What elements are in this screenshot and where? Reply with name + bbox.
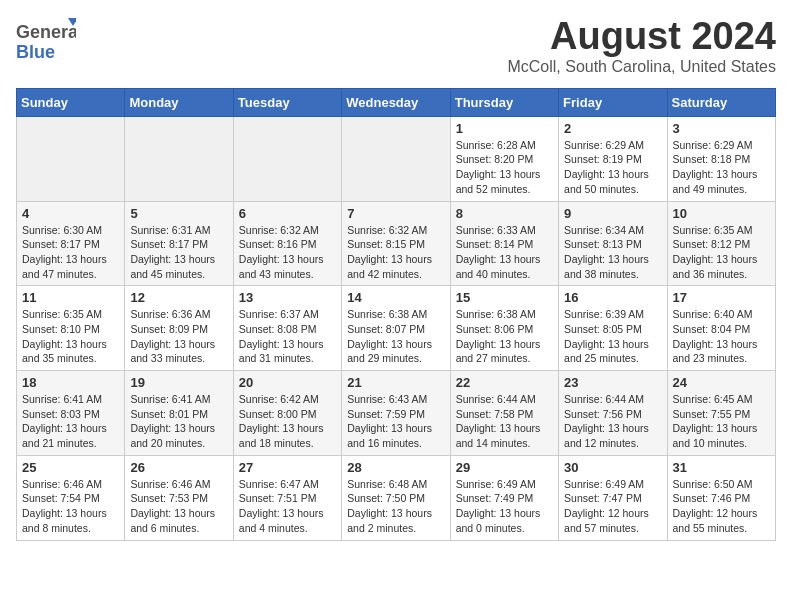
day-number: 13 xyxy=(239,290,336,305)
day-number: 8 xyxy=(456,206,553,221)
calendar-cell: 27Sunrise: 6:47 AMSunset: 7:51 PMDayligh… xyxy=(233,455,341,540)
calendar-cell: 21Sunrise: 6:43 AMSunset: 7:59 PMDayligh… xyxy=(342,371,450,456)
day-number: 21 xyxy=(347,375,444,390)
logo-icon: General Blue xyxy=(16,16,76,66)
calendar-cell: 8Sunrise: 6:33 AMSunset: 8:14 PMDaylight… xyxy=(450,201,558,286)
day-number: 25 xyxy=(22,460,119,475)
day-number: 3 xyxy=(673,121,770,136)
calendar-cell: 6Sunrise: 6:32 AMSunset: 8:16 PMDaylight… xyxy=(233,201,341,286)
weekday-header-tuesday: Tuesday xyxy=(233,88,341,116)
calendar-cell: 16Sunrise: 6:39 AMSunset: 8:05 PMDayligh… xyxy=(559,286,667,371)
calendar-week-row: 4Sunrise: 6:30 AMSunset: 8:17 PMDaylight… xyxy=(17,201,776,286)
day-number: 18 xyxy=(22,375,119,390)
calendar-cell: 5Sunrise: 6:31 AMSunset: 8:17 PMDaylight… xyxy=(125,201,233,286)
title-area: August 2024 McColl, South Carolina, Unit… xyxy=(507,16,776,76)
calendar-cell xyxy=(17,116,125,201)
weekday-header-wednesday: Wednesday xyxy=(342,88,450,116)
day-info: Sunrise: 6:38 AMSunset: 8:06 PMDaylight:… xyxy=(456,307,553,366)
day-info: Sunrise: 6:44 AMSunset: 7:58 PMDaylight:… xyxy=(456,392,553,451)
calendar-cell: 11Sunrise: 6:35 AMSunset: 8:10 PMDayligh… xyxy=(17,286,125,371)
calendar-cell: 1Sunrise: 6:28 AMSunset: 8:20 PMDaylight… xyxy=(450,116,558,201)
day-number: 17 xyxy=(673,290,770,305)
month-title: August 2024 xyxy=(507,16,776,58)
day-number: 14 xyxy=(347,290,444,305)
day-info: Sunrise: 6:46 AMSunset: 7:53 PMDaylight:… xyxy=(130,477,227,536)
calendar-week-row: 18Sunrise: 6:41 AMSunset: 8:03 PMDayligh… xyxy=(17,371,776,456)
day-number: 10 xyxy=(673,206,770,221)
calendar-cell: 9Sunrise: 6:34 AMSunset: 8:13 PMDaylight… xyxy=(559,201,667,286)
calendar-cell: 24Sunrise: 6:45 AMSunset: 7:55 PMDayligh… xyxy=(667,371,775,456)
calendar-cell: 30Sunrise: 6:49 AMSunset: 7:47 PMDayligh… xyxy=(559,455,667,540)
calendar-cell: 13Sunrise: 6:37 AMSunset: 8:08 PMDayligh… xyxy=(233,286,341,371)
day-info: Sunrise: 6:42 AMSunset: 8:00 PMDaylight:… xyxy=(239,392,336,451)
day-info: Sunrise: 6:41 AMSunset: 8:03 PMDaylight:… xyxy=(22,392,119,451)
calendar-cell: 14Sunrise: 6:38 AMSunset: 8:07 PMDayligh… xyxy=(342,286,450,371)
calendar-cell: 18Sunrise: 6:41 AMSunset: 8:03 PMDayligh… xyxy=(17,371,125,456)
day-number: 26 xyxy=(130,460,227,475)
day-info: Sunrise: 6:46 AMSunset: 7:54 PMDaylight:… xyxy=(22,477,119,536)
day-number: 4 xyxy=(22,206,119,221)
day-number: 19 xyxy=(130,375,227,390)
calendar-cell: 28Sunrise: 6:48 AMSunset: 7:50 PMDayligh… xyxy=(342,455,450,540)
calendar-cell: 10Sunrise: 6:35 AMSunset: 8:12 PMDayligh… xyxy=(667,201,775,286)
day-info: Sunrise: 6:49 AMSunset: 7:47 PMDaylight:… xyxy=(564,477,661,536)
calendar-week-row: 25Sunrise: 6:46 AMSunset: 7:54 PMDayligh… xyxy=(17,455,776,540)
day-info: Sunrise: 6:35 AMSunset: 8:12 PMDaylight:… xyxy=(673,223,770,282)
calendar-cell xyxy=(233,116,341,201)
day-number: 20 xyxy=(239,375,336,390)
page-header: General Blue August 2024 McColl, South C… xyxy=(16,16,776,76)
day-info: Sunrise: 6:28 AMSunset: 8:20 PMDaylight:… xyxy=(456,138,553,197)
day-number: 15 xyxy=(456,290,553,305)
day-info: Sunrise: 6:29 AMSunset: 8:18 PMDaylight:… xyxy=(673,138,770,197)
day-number: 28 xyxy=(347,460,444,475)
weekday-header-saturday: Saturday xyxy=(667,88,775,116)
calendar-cell: 15Sunrise: 6:38 AMSunset: 8:06 PMDayligh… xyxy=(450,286,558,371)
day-info: Sunrise: 6:40 AMSunset: 8:04 PMDaylight:… xyxy=(673,307,770,366)
weekday-header-thursday: Thursday xyxy=(450,88,558,116)
calendar-cell: 26Sunrise: 6:46 AMSunset: 7:53 PMDayligh… xyxy=(125,455,233,540)
day-number: 31 xyxy=(673,460,770,475)
weekday-header-monday: Monday xyxy=(125,88,233,116)
day-info: Sunrise: 6:33 AMSunset: 8:14 PMDaylight:… xyxy=(456,223,553,282)
day-number: 7 xyxy=(347,206,444,221)
day-number: 2 xyxy=(564,121,661,136)
location-title: McColl, South Carolina, United States xyxy=(507,58,776,76)
day-number: 16 xyxy=(564,290,661,305)
day-number: 11 xyxy=(22,290,119,305)
calendar-cell: 12Sunrise: 6:36 AMSunset: 8:09 PMDayligh… xyxy=(125,286,233,371)
day-info: Sunrise: 6:36 AMSunset: 8:09 PMDaylight:… xyxy=(130,307,227,366)
weekday-header-friday: Friday xyxy=(559,88,667,116)
day-number: 30 xyxy=(564,460,661,475)
day-info: Sunrise: 6:37 AMSunset: 8:08 PMDaylight:… xyxy=(239,307,336,366)
calendar-cell: 3Sunrise: 6:29 AMSunset: 8:18 PMDaylight… xyxy=(667,116,775,201)
day-info: Sunrise: 6:43 AMSunset: 7:59 PMDaylight:… xyxy=(347,392,444,451)
day-number: 1 xyxy=(456,121,553,136)
calendar-week-row: 11Sunrise: 6:35 AMSunset: 8:10 PMDayligh… xyxy=(17,286,776,371)
calendar-cell xyxy=(125,116,233,201)
day-info: Sunrise: 6:48 AMSunset: 7:50 PMDaylight:… xyxy=(347,477,444,536)
calendar-table: SundayMondayTuesdayWednesdayThursdayFrid… xyxy=(16,88,776,541)
calendar-cell: 31Sunrise: 6:50 AMSunset: 7:46 PMDayligh… xyxy=(667,455,775,540)
calendar-cell: 22Sunrise: 6:44 AMSunset: 7:58 PMDayligh… xyxy=(450,371,558,456)
day-number: 24 xyxy=(673,375,770,390)
calendar-cell: 25Sunrise: 6:46 AMSunset: 7:54 PMDayligh… xyxy=(17,455,125,540)
day-info: Sunrise: 6:41 AMSunset: 8:01 PMDaylight:… xyxy=(130,392,227,451)
day-info: Sunrise: 6:45 AMSunset: 7:55 PMDaylight:… xyxy=(673,392,770,451)
day-number: 12 xyxy=(130,290,227,305)
calendar-cell: 4Sunrise: 6:30 AMSunset: 8:17 PMDaylight… xyxy=(17,201,125,286)
day-number: 5 xyxy=(130,206,227,221)
day-info: Sunrise: 6:39 AMSunset: 8:05 PMDaylight:… xyxy=(564,307,661,366)
calendar-cell xyxy=(342,116,450,201)
day-info: Sunrise: 6:34 AMSunset: 8:13 PMDaylight:… xyxy=(564,223,661,282)
logo: General Blue xyxy=(16,16,76,66)
day-number: 23 xyxy=(564,375,661,390)
calendar-cell: 23Sunrise: 6:44 AMSunset: 7:56 PMDayligh… xyxy=(559,371,667,456)
day-number: 22 xyxy=(456,375,553,390)
day-number: 29 xyxy=(456,460,553,475)
day-info: Sunrise: 6:47 AMSunset: 7:51 PMDaylight:… xyxy=(239,477,336,536)
day-info: Sunrise: 6:29 AMSunset: 8:19 PMDaylight:… xyxy=(564,138,661,197)
calendar-cell: 19Sunrise: 6:41 AMSunset: 8:01 PMDayligh… xyxy=(125,371,233,456)
day-info: Sunrise: 6:31 AMSunset: 8:17 PMDaylight:… xyxy=(130,223,227,282)
day-info: Sunrise: 6:38 AMSunset: 8:07 PMDaylight:… xyxy=(347,307,444,366)
day-info: Sunrise: 6:30 AMSunset: 8:17 PMDaylight:… xyxy=(22,223,119,282)
